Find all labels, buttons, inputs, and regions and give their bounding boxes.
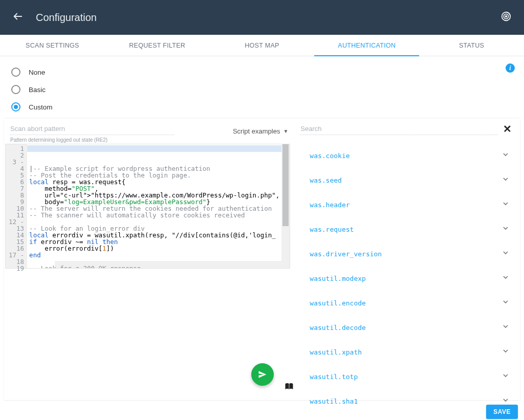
radio-label-basic: Basic bbox=[29, 86, 46, 94]
reference-fn: wasutil.xpath bbox=[310, 348, 362, 356]
tab-request-filter[interactable]: REQUEST FILTER bbox=[105, 35, 210, 56]
radio-custom[interactable] bbox=[11, 102, 20, 112]
run-button[interactable] bbox=[251, 363, 274, 386]
editor-scrollbar-v[interactable] bbox=[281, 144, 290, 268]
info-icon[interactable]: i bbox=[506, 63, 515, 73]
close-icon[interactable]: ✕ bbox=[503, 123, 512, 135]
svg-point-3 bbox=[506, 16, 507, 17]
reference-item[interactable]: was.header bbox=[300, 192, 512, 217]
reference-fn: was.driver_version bbox=[310, 250, 382, 258]
page-title: Configuration bbox=[36, 12, 97, 24]
reference-item[interactable]: wasutil.xpath bbox=[300, 340, 512, 364]
reference-fn: was.seed bbox=[310, 176, 342, 184]
editor-code[interactable]: |-- Example script for wordpress authent… bbox=[27, 144, 281, 268]
chevron-down-icon bbox=[501, 371, 510, 382]
script-examples-dropdown[interactable]: Script examples ▼ bbox=[233, 127, 288, 135]
tabs: SCAN SETTINGS REQUEST FILTER HOST MAP AU… bbox=[0, 35, 524, 56]
tab-scan-settings[interactable]: SCAN SETTINGS bbox=[0, 35, 105, 56]
auth-mode-group: i None Basic Custom bbox=[0, 56, 524, 119]
chevron-down-icon bbox=[501, 347, 510, 357]
chevron-down-icon bbox=[501, 273, 510, 283]
reference-item[interactable]: was.driver_version bbox=[300, 241, 512, 266]
header-bar: Configuration bbox=[0, 0, 524, 35]
radio-row-custom[interactable]: Custom bbox=[9, 98, 515, 116]
reference-fn: wasutil.decode bbox=[310, 324, 366, 331]
chevron-down-icon: ▼ bbox=[283, 128, 288, 134]
chevron-down-icon bbox=[501, 175, 510, 185]
radio-none[interactable] bbox=[11, 68, 20, 77]
reference-toggle-icon[interactable] bbox=[284, 382, 294, 394]
reference-fn: was.header bbox=[310, 201, 350, 209]
tab-authentication[interactable]: AUTHENTICATION bbox=[314, 35, 419, 56]
reference-item[interactable]: wasutil.decode bbox=[300, 315, 512, 340]
radio-row-none[interactable]: None bbox=[9, 63, 515, 81]
reference-item[interactable]: wasutil.sha1 bbox=[300, 389, 512, 413]
reference-item[interactable]: was.cookie bbox=[300, 143, 512, 168]
radio-basic[interactable] bbox=[11, 85, 20, 94]
chevron-down-icon bbox=[501, 200, 510, 210]
reference-item[interactable]: wasutil.totp bbox=[300, 364, 512, 389]
reference-fn: wasutil.encode bbox=[310, 299, 366, 307]
reference-fn: was.cookie bbox=[310, 152, 350, 160]
radio-label-none: None bbox=[29, 69, 45, 76]
save-button[interactable]: SAVE bbox=[486, 405, 518, 419]
chevron-down-icon bbox=[501, 249, 510, 259]
script-pane: Script examples ▼ Pattern determining lo… bbox=[4, 119, 294, 400]
reference-item[interactable]: wasutil.encode bbox=[300, 291, 512, 315]
chevron-down-icon bbox=[501, 322, 510, 333]
reference-item[interactable]: was.request bbox=[300, 217, 512, 241]
back-icon[interactable] bbox=[12, 11, 24, 24]
tab-host-map[interactable]: HOST MAP bbox=[210, 35, 315, 56]
target-icon[interactable] bbox=[500, 11, 512, 24]
reference-pane: ✕ was.cookiewas.seedwas.headerwas.reques… bbox=[294, 119, 520, 400]
reference-fn: wasutil.modexp bbox=[310, 275, 366, 282]
reference-list: was.cookiewas.seedwas.headerwas.requestw… bbox=[300, 143, 512, 413]
script-examples-label: Script examples bbox=[233, 127, 280, 135]
abort-caption: Pattern determining logged out state (RE… bbox=[4, 137, 294, 144]
radio-row-basic[interactable]: Basic bbox=[9, 81, 515, 98]
scan-abort-input[interactable] bbox=[10, 123, 174, 135]
search-input[interactable] bbox=[300, 123, 498, 135]
editor-gutter: 1 2 3 - 4 5 6 7 8 9 10 11 12 - 13 14 15 … bbox=[6, 144, 27, 268]
radio-label-custom: Custom bbox=[29, 103, 53, 111]
reference-fn: wasutil.totp bbox=[310, 373, 358, 381]
chevron-down-icon bbox=[501, 298, 510, 308]
chevron-down-icon bbox=[501, 150, 510, 161]
code-editor[interactable]: 1 2 3 - 4 5 6 7 8 9 10 11 12 - 13 14 15 … bbox=[5, 144, 290, 269]
reference-fn: wasutil.sha1 bbox=[310, 397, 358, 405]
reference-item[interactable]: wasutil.modexp bbox=[300, 266, 512, 291]
chevron-down-icon bbox=[501, 224, 510, 234]
reference-fn: was.request bbox=[310, 226, 354, 233]
main-panels: Script examples ▼ Pattern determining lo… bbox=[4, 119, 520, 401]
tab-status[interactable]: STATUS bbox=[419, 35, 524, 56]
reference-item[interactable]: was.seed bbox=[300, 168, 512, 192]
